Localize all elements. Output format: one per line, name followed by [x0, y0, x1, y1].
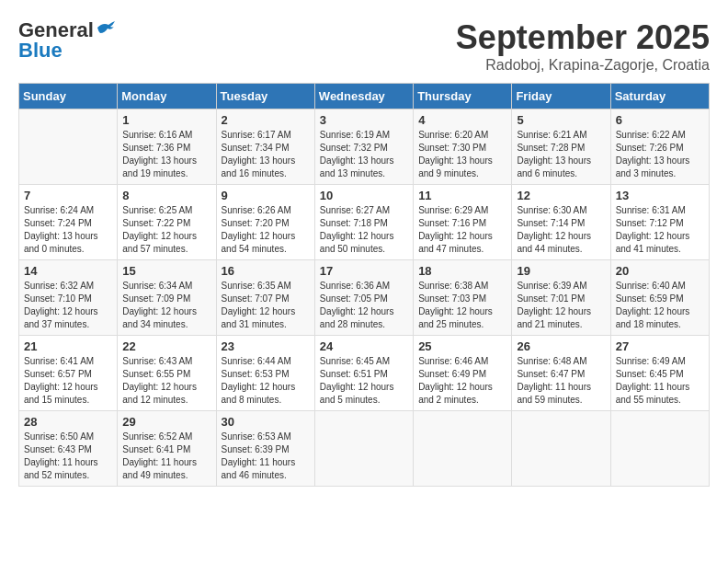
- calendar-table: SundayMondayTuesdayWednesdayThursdayFrid…: [18, 83, 710, 487]
- day-info: Sunrise: 6:49 AM Sunset: 6:45 PM Dayligh…: [616, 355, 704, 407]
- calendar-cell: [610, 411, 709, 487]
- day-info: Sunrise: 6:26 AM Sunset: 7:20 PM Dayligh…: [222, 204, 310, 256]
- calendar-week-row: 1Sunrise: 6:16 AM Sunset: 7:36 PM Daylig…: [19, 109, 710, 185]
- day-number: 21: [24, 339, 112, 353]
- calendar-cell: 18Sunrise: 6:38 AM Sunset: 7:03 PM Dayli…: [414, 260, 512, 336]
- logo-blue-text: Blue: [18, 39, 63, 63]
- day-number: 25: [418, 339, 506, 353]
- calendar-cell: 15Sunrise: 6:34 AM Sunset: 7:09 PM Dayli…: [118, 260, 216, 336]
- logo-bird-icon: [96, 20, 116, 37]
- month-title: September 2025: [456, 18, 710, 57]
- day-number: 16: [222, 264, 310, 278]
- calendar-cell: 19Sunrise: 6:39 AM Sunset: 7:01 PM Dayli…: [512, 260, 610, 336]
- day-number: 26: [517, 339, 605, 353]
- calendar-week-row: 7Sunrise: 6:24 AM Sunset: 7:24 PM Daylig…: [19, 185, 710, 260]
- day-number: 24: [320, 339, 408, 353]
- calendar-week-row: 28Sunrise: 6:50 AM Sunset: 6:43 PM Dayli…: [19, 411, 710, 487]
- calendar-cell: 28Sunrise: 6:50 AM Sunset: 6:43 PM Dayli…: [19, 411, 118, 487]
- day-info: Sunrise: 6:22 AM Sunset: 7:26 PM Dayligh…: [616, 129, 704, 180]
- day-number: 15: [122, 264, 210, 278]
- calendar-cell: 29Sunrise: 6:52 AM Sunset: 6:41 PM Dayli…: [118, 411, 216, 487]
- calendar-cell: [19, 109, 118, 185]
- calendar-cell: 3Sunrise: 6:19 AM Sunset: 7:32 PM Daylig…: [314, 109, 413, 185]
- day-info: Sunrise: 6:53 AM Sunset: 6:39 PM Dayligh…: [222, 431, 310, 482]
- weekday-header-wednesday: Wednesday: [314, 84, 413, 109]
- location: Radoboj, Krapina-Zagorje, Croatia: [456, 57, 710, 74]
- calendar-cell: 6Sunrise: 6:22 AM Sunset: 7:26 PM Daylig…: [610, 109, 709, 185]
- day-number: 8: [122, 189, 210, 202]
- calendar-week-row: 21Sunrise: 6:41 AM Sunset: 6:57 PM Dayli…: [19, 336, 710, 411]
- weekday-header-row: SundayMondayTuesdayWednesdayThursdayFrid…: [19, 84, 710, 109]
- calendar-cell: [314, 411, 413, 487]
- day-info: Sunrise: 6:52 AM Sunset: 6:41 PM Dayligh…: [122, 431, 210, 482]
- day-number: 5: [517, 113, 605, 127]
- calendar-cell: 25Sunrise: 6:46 AM Sunset: 6:49 PM Dayli…: [414, 336, 512, 411]
- day-info: Sunrise: 6:25 AM Sunset: 7:22 PM Dayligh…: [122, 204, 210, 256]
- day-number: 10: [320, 189, 408, 202]
- calendar-cell: 10Sunrise: 6:27 AM Sunset: 7:18 PM Dayli…: [314, 185, 413, 260]
- day-info: Sunrise: 6:31 AM Sunset: 7:12 PM Dayligh…: [616, 204, 704, 256]
- calendar-cell: 5Sunrise: 6:21 AM Sunset: 7:28 PM Daylig…: [512, 109, 610, 185]
- day-number: 9: [222, 189, 310, 202]
- weekday-header-friday: Friday: [512, 84, 610, 109]
- day-number: 27: [616, 339, 704, 353]
- weekday-header-saturday: Saturday: [610, 84, 709, 109]
- calendar-cell: [512, 411, 610, 487]
- day-number: 20: [616, 264, 704, 278]
- day-info: Sunrise: 6:39 AM Sunset: 7:01 PM Dayligh…: [517, 280, 605, 331]
- day-number: 23: [222, 339, 310, 353]
- calendar-cell: 14Sunrise: 6:32 AM Sunset: 7:10 PM Dayli…: [19, 260, 118, 336]
- day-info: Sunrise: 6:27 AM Sunset: 7:18 PM Dayligh…: [320, 204, 408, 256]
- day-number: 13: [616, 189, 704, 202]
- calendar-cell: 4Sunrise: 6:20 AM Sunset: 7:30 PM Daylig…: [414, 109, 512, 185]
- weekday-header-tuesday: Tuesday: [216, 84, 314, 109]
- day-number: 14: [24, 264, 112, 278]
- calendar-cell: 23Sunrise: 6:44 AM Sunset: 6:53 PM Dayli…: [216, 336, 314, 411]
- calendar-cell: 22Sunrise: 6:43 AM Sunset: 6:55 PM Dayli…: [118, 336, 216, 411]
- day-info: Sunrise: 6:19 AM Sunset: 7:32 PM Dayligh…: [320, 129, 408, 180]
- day-number: 30: [222, 415, 310, 429]
- day-number: 22: [122, 339, 210, 353]
- weekday-header-thursday: Thursday: [414, 84, 512, 109]
- calendar-cell: 26Sunrise: 6:48 AM Sunset: 6:47 PM Dayli…: [512, 336, 610, 411]
- weekday-header-sunday: Sunday: [19, 84, 118, 109]
- day-number: 2: [222, 113, 310, 127]
- calendar-cell: 7Sunrise: 6:24 AM Sunset: 7:24 PM Daylig…: [19, 185, 118, 260]
- calendar-cell: [414, 411, 512, 487]
- day-info: Sunrise: 6:17 AM Sunset: 7:34 PM Dayligh…: [222, 129, 310, 180]
- day-number: 3: [320, 113, 408, 127]
- day-info: Sunrise: 6:30 AM Sunset: 7:14 PM Dayligh…: [517, 204, 605, 256]
- day-info: Sunrise: 6:48 AM Sunset: 6:47 PM Dayligh…: [517, 355, 605, 407]
- calendar-cell: 27Sunrise: 6:49 AM Sunset: 6:45 PM Dayli…: [610, 336, 709, 411]
- calendar-cell: 8Sunrise: 6:25 AM Sunset: 7:22 PM Daylig…: [118, 185, 216, 260]
- calendar-cell: 13Sunrise: 6:31 AM Sunset: 7:12 PM Dayli…: [610, 185, 709, 260]
- day-number: 12: [517, 189, 605, 202]
- calendar-cell: 12Sunrise: 6:30 AM Sunset: 7:14 PM Dayli…: [512, 185, 610, 260]
- day-number: 18: [418, 264, 506, 278]
- day-info: Sunrise: 6:38 AM Sunset: 7:03 PM Dayligh…: [418, 280, 506, 331]
- day-number: 28: [24, 415, 112, 429]
- day-info: Sunrise: 6:20 AM Sunset: 7:30 PM Dayligh…: [418, 129, 506, 180]
- calendar-cell: 11Sunrise: 6:29 AM Sunset: 7:16 PM Dayli…: [414, 185, 512, 260]
- day-info: Sunrise: 6:29 AM Sunset: 7:16 PM Dayligh…: [418, 204, 506, 256]
- day-info: Sunrise: 6:40 AM Sunset: 6:59 PM Dayligh…: [616, 280, 704, 331]
- calendar-cell: 30Sunrise: 6:53 AM Sunset: 6:39 PM Dayli…: [216, 411, 314, 487]
- day-info: Sunrise: 6:44 AM Sunset: 6:53 PM Dayligh…: [222, 355, 310, 407]
- day-info: Sunrise: 6:24 AM Sunset: 7:24 PM Dayligh…: [24, 204, 112, 256]
- day-number: 17: [320, 264, 408, 278]
- calendar-cell: 17Sunrise: 6:36 AM Sunset: 7:05 PM Dayli…: [314, 260, 413, 336]
- day-number: 4: [418, 113, 506, 127]
- calendar-cell: 24Sunrise: 6:45 AM Sunset: 6:51 PM Dayli…: [314, 336, 413, 411]
- title-block: September 2025 Radoboj, Krapina-Zagorje,…: [456, 18, 710, 74]
- day-number: 19: [517, 264, 605, 278]
- day-info: Sunrise: 6:46 AM Sunset: 6:49 PM Dayligh…: [418, 355, 506, 407]
- calendar-cell: 2Sunrise: 6:17 AM Sunset: 7:34 PM Daylig…: [216, 109, 314, 185]
- day-number: 11: [418, 189, 506, 202]
- day-info: Sunrise: 6:21 AM Sunset: 7:28 PM Dayligh…: [517, 129, 605, 180]
- day-info: Sunrise: 6:32 AM Sunset: 7:10 PM Dayligh…: [24, 280, 112, 331]
- page-header: General Blue September 2025 Radoboj, Kra…: [18, 18, 710, 74]
- day-number: 6: [616, 113, 704, 127]
- day-info: Sunrise: 6:45 AM Sunset: 6:51 PM Dayligh…: [320, 355, 408, 407]
- day-info: Sunrise: 6:36 AM Sunset: 7:05 PM Dayligh…: [320, 280, 408, 331]
- calendar-cell: 9Sunrise: 6:26 AM Sunset: 7:20 PM Daylig…: [216, 185, 314, 260]
